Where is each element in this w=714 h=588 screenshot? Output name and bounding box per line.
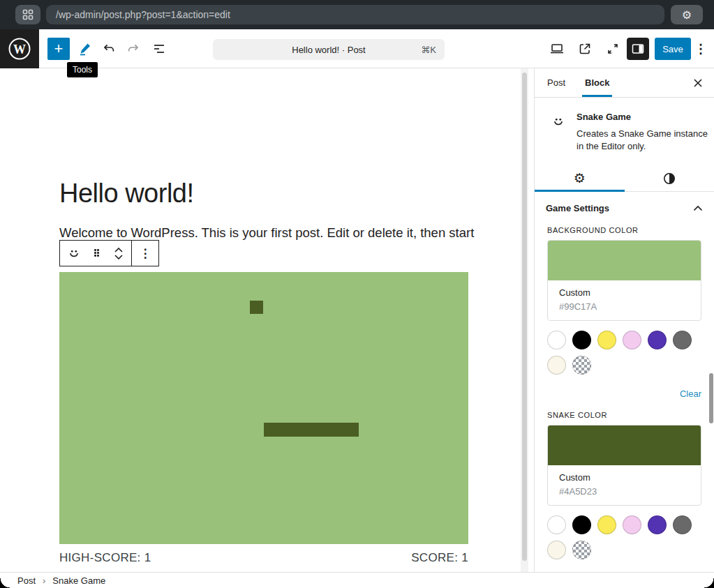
snake-color-card[interactable]: Custom #4A5D23 — [547, 425, 701, 506]
tools-tooltip-label: Tools — [73, 65, 92, 75]
save-button[interactable]: Save — [655, 38, 691, 60]
settings-sidebar-toggle[interactable] — [627, 38, 649, 60]
options-menu-button[interactable]: ⋮ — [692, 38, 709, 60]
snake-game-canvas[interactable] — [59, 272, 468, 544]
background-hex-value: #99C17A — [559, 301, 690, 312]
game-settings-panel-header[interactable]: Game Settings — [535, 192, 714, 220]
snake-block-type-button[interactable] — [60, 241, 88, 266]
clear-background-button[interactable]: Clear — [680, 389, 701, 399]
gear-icon: ⚙ — [574, 170, 586, 186]
close-sidebar-button[interactable] — [692, 77, 704, 89]
snake-color-palette — [547, 515, 695, 559]
swatch-transparent[interactable] — [572, 356, 591, 375]
swatch-yellow[interactable] — [597, 331, 616, 349]
tab-post[interactable]: Post — [537, 68, 575, 97]
settings-sidebar: Post Block — [534, 68, 714, 572]
clear-row: Clear — [547, 387, 701, 400]
external-link-icon — [577, 41, 593, 56]
swatch-cream[interactable] — [547, 356, 566, 375]
redo-icon — [126, 42, 140, 56]
intro-paragraph[interactable]: Welcome to WordPress. This is your first… — [59, 225, 478, 241]
content-scrollbar-thumb[interactable] — [522, 73, 527, 561]
swatch-purple[interactable] — [648, 515, 667, 534]
tools-button[interactable] — [74, 38, 96, 60]
sidebar-toggle-icon — [630, 41, 646, 56]
swatch-white[interactable] — [547, 515, 566, 534]
wordpress-logo-button[interactable]: W — [0, 29, 39, 68]
snake-color-label: SNAKE COLOR — [547, 411, 701, 419]
preview-button[interactable] — [546, 38, 568, 60]
move-up-down-icon — [114, 248, 123, 259]
block-inserter-button[interactable]: + — [47, 38, 70, 60]
sidebar-tabs: Post Block — [535, 68, 714, 98]
swatch-pink[interactable] — [623, 515, 641, 534]
save-button-label: Save — [662, 44, 683, 54]
swatch-pink[interactable] — [623, 331, 641, 349]
swatch-gray[interactable] — [673, 331, 692, 349]
score-text: SCORE: 1 — [411, 551, 468, 565]
snake-color-swatch[interactable] — [548, 425, 701, 465]
kebab-icon: ⋮ — [694, 41, 707, 56]
browser-top-bar: /wp-admin/post.php?post=1&action=edit ⚙ — [0, 0, 714, 29]
snake-color-info: Custom #4A5D23 — [548, 465, 701, 505]
laptop-icon — [549, 40, 565, 57]
drag-handle[interactable] — [88, 241, 106, 266]
swatch-transparent[interactable] — [572, 541, 591, 559]
breadcrumb-snake-game: Snake Game — [52, 575, 105, 586]
fullscreen-button[interactable] — [602, 38, 624, 60]
expand-icon — [605, 41, 620, 56]
editor-header: W + — [0, 29, 714, 68]
sidebar-scrollbar-thumb[interactable] — [709, 373, 713, 423]
list-view-icon — [151, 41, 167, 56]
block-options-button[interactable]: ⋮ — [132, 241, 158, 266]
swatch-purple[interactable] — [648, 331, 667, 349]
breadcrumb-post[interactable]: Post — [17, 575, 36, 586]
tools-tooltip: Tools — [67, 62, 98, 77]
tab-post-label: Post — [547, 77, 565, 88]
undo-button[interactable] — [98, 38, 120, 60]
background-color-label: BACKGROUND COLOR — [547, 226, 701, 234]
block-mover[interactable] — [106, 241, 131, 266]
undo-icon — [102, 42, 116, 56]
snake-hex-value: #4A5D23 — [559, 486, 690, 497]
swatch-yellow[interactable] — [597, 515, 616, 534]
snake-body — [264, 423, 359, 437]
background-color-card[interactable]: Custom #99C17A — [547, 240, 701, 321]
snake-food-cell — [250, 301, 263, 314]
chevron-up-icon — [693, 205, 703, 211]
background-color-palette — [547, 331, 695, 375]
command-center-field[interactable]: Hello world! · Post ⌘K — [213, 39, 445, 60]
screen-corner-bottom-left — [0, 578, 10, 588]
background-color-swatch[interactable] — [548, 241, 701, 280]
close-icon — [693, 78, 703, 88]
document-overview-button[interactable] — [148, 38, 170, 60]
editor-canvas[interactable]: Hello world! Welcome to WordPress. This … — [0, 68, 528, 572]
snake-game-block-icon — [66, 245, 82, 262]
swatch-black[interactable] — [572, 515, 591, 534]
app-grid-button[interactable] — [15, 5, 40, 24]
styles-half-circle-icon — [662, 172, 676, 186]
chevron-right-icon: › — [43, 575, 45, 586]
inspector-view-tabs: ⚙ — [535, 165, 714, 192]
wordpress-editor-screen: /wp-admin/post.php?post=1&action=edit ⚙ … — [0, 0, 714, 588]
score-row: HIGH-SCORE: 1 SCORE: 1 — [59, 551, 468, 565]
view-post-button[interactable] — [574, 38, 596, 60]
panel-title: Game Settings — [546, 203, 609, 213]
swatch-cream[interactable] — [547, 541, 566, 559]
swatch-white[interactable] — [547, 331, 566, 349]
tab-block[interactable]: Block — [575, 68, 619, 97]
background-color-info: Custom #99C17A — [548, 280, 701, 320]
block-info-card: Snake Game Creates a Snake Game instance… — [535, 98, 714, 165]
tab-settings[interactable]: ⚙ — [535, 165, 625, 191]
post-title[interactable]: Hello world! — [59, 179, 194, 209]
swatch-gray[interactable] — [673, 515, 692, 534]
high-score-text: HIGH-SCORE: 1 — [59, 551, 151, 565]
redo-button[interactable] — [122, 38, 144, 60]
kebab-icon: ⋮ — [140, 246, 151, 261]
swatch-black[interactable] — [572, 331, 591, 349]
screen-corner-bottom-right — [704, 578, 714, 588]
tab-styles[interactable] — [625, 165, 714, 191]
address-bar[interactable]: /wp-admin/post.php?post=1&action=edit — [46, 5, 664, 24]
plus-icon: + — [54, 41, 64, 56]
browser-settings-button[interactable]: ⚙ — [671, 5, 703, 24]
